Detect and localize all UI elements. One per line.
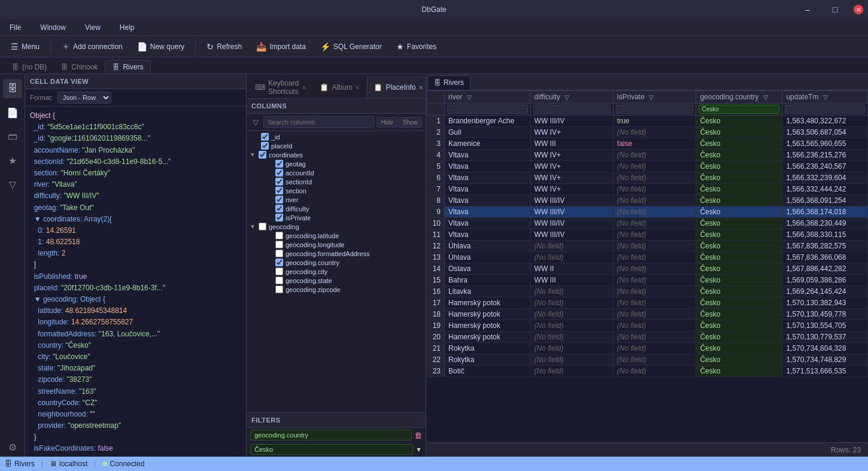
updatetm-cell[interactable]: 1,563,480,322,672 (782, 116, 868, 127)
favorites-button[interactable]: ★ Favorites (390, 39, 442, 54)
col-item-geotag[interactable]: geotag (247, 159, 426, 168)
table-row[interactable]: 21Rokytka(No field)(No field)Česko1,570,… (427, 343, 868, 354)
difficulty-cell[interactable]: WW III (530, 275, 613, 286)
difficulty-cell[interactable]: (No field) (530, 309, 613, 320)
table-row[interactable]: 9VltavaWW III/IV(No field)Česko1,566,368… (427, 206, 868, 218)
isprivate-cell[interactable]: (No field) (613, 206, 696, 218)
updatetm-cell[interactable]: 1,570,130,382,943 (782, 297, 868, 309)
isprivate-cell[interactable]: (No field) (613, 275, 696, 286)
country-cell[interactable]: Česko (696, 138, 782, 150)
isprivate-cell[interactable]: (No field) (613, 286, 696, 297)
difficulty-cell[interactable]: (No field) (530, 297, 613, 309)
table-row[interactable]: 12Úhlava(No field)(No field)Česko1,567,8… (427, 241, 868, 252)
col-checkbox-id[interactable] (261, 133, 269, 141)
updatetm-cell[interactable]: 1,566,332,444,242 (782, 184, 868, 195)
tab-rivers[interactable]: 🗄 Rivers (105, 60, 151, 74)
updatetm-cell[interactable]: 1,563,565,960,655 (782, 138, 868, 150)
difficulty-cell[interactable]: (No field) (530, 252, 613, 263)
col-item-accountid[interactable]: accountId (247, 168, 426, 177)
river-cell[interactable]: Rokytka (445, 343, 531, 354)
table-row[interactable]: 19Hamerský potok(No field)(No field)Česk… (427, 320, 868, 332)
col-checkbox-geo-state[interactable] (275, 276, 283, 284)
table-row[interactable]: 6VltavaWW IV+(No field)Česko1,566,332,23… (427, 172, 868, 184)
updatetm-cell[interactable]: 1,571,513,666,535 (782, 366, 868, 377)
new-query-button[interactable]: 📄 New query (131, 39, 190, 54)
isprivate-cell[interactable]: (No field) (613, 297, 696, 309)
isprivate-cell[interactable]: (No field) (613, 172, 696, 184)
col-header-country[interactable]: geocoding.country ▽ (696, 91, 782, 104)
col-item-geo-city[interactable]: geocoding.city (247, 267, 426, 276)
isprivate-cell[interactable]: (No field) (613, 195, 696, 206)
col-checkbox-river[interactable] (275, 196, 283, 203)
col-checkbox-section[interactable] (275, 187, 283, 195)
difficulty-cell[interactable]: WW III/IV (530, 229, 613, 241)
sidebar-doc-button[interactable]: 📄 (3, 103, 22, 122)
col-item-isprivate[interactable]: isPrivate (247, 213, 426, 222)
river-cell[interactable]: Hamerský potok (445, 309, 531, 320)
show-button[interactable]: Show (399, 117, 422, 127)
status-server-item[interactable]: 🖥 localhost (50, 460, 87, 468)
minimize-button[interactable]: – (794, 0, 821, 19)
filter-updatetm-input[interactable] (785, 105, 865, 114)
isprivate-cell[interactable]: true (613, 116, 696, 127)
updatetm-cell[interactable]: 1,566,368,230,449 (782, 218, 868, 229)
country-cell[interactable]: Česko (696, 252, 782, 263)
col-item-geo-country[interactable]: geocoding.country (247, 258, 426, 267)
isprivate-cell[interactable]: (No field) (613, 241, 696, 252)
difficulty-cell[interactable]: (No field) (530, 286, 613, 297)
format-select[interactable]: Json - Row Json - Table Text (57, 92, 111, 104)
isprivate-filter-icon[interactable]: ▽ (649, 94, 654, 101)
river-cell[interactable]: Oslava (445, 263, 531, 275)
updatetm-filter-icon[interactable]: ▽ (823, 94, 828, 101)
difficulty-cell[interactable]: WW IV+ (530, 150, 613, 161)
col-checkbox-geo-city[interactable] (275, 268, 283, 275)
table-row[interactable]: 13Úhlava(No field)(No field)Česko1,567,8… (427, 252, 868, 263)
filter-isprivate-input[interactable] (616, 105, 694, 114)
col-item-sectionid[interactable]: sectionId (247, 177, 426, 186)
difficulty-cell[interactable]: WW III/IV (530, 206, 613, 218)
import-data-button[interactable]: 📥 Import data (250, 39, 312, 54)
sql-generator-button[interactable]: ⚡ SQL Generator (314, 39, 388, 54)
country-cell[interactable]: Česko (696, 116, 782, 127)
country-cell[interactable]: Česko (696, 286, 782, 297)
isprivate-cell[interactable]: (No field) (613, 343, 696, 354)
country-cell[interactable]: Česko (696, 343, 782, 354)
col-checkbox-geo-country[interactable] (275, 259, 283, 266)
table-row[interactable]: 7VltavaWW IV+(No field)Česko1,566,332,44… (427, 184, 868, 195)
table-row[interactable]: 4VltavaWW IV+(No field)Česko1,566,236,21… (427, 150, 868, 161)
updatetm-cell[interactable]: 1,570,734,604,328 (782, 343, 868, 354)
updatetm-cell[interactable]: 1,569,264,145,424 (782, 286, 868, 297)
table-row[interactable]: 1Brandenberger AcheWW III/IVtrueČesko1,5… (427, 116, 868, 127)
col-checkbox-geo-formatted[interactable] (275, 250, 283, 257)
updatetm-cell[interactable]: 1,566,332,239,604 (782, 172, 868, 184)
data-grid-container[interactable]: river ▽ difficulty ▽ isPrivate ▽ geocodi… (426, 90, 868, 442)
isprivate-cell[interactable]: (No field) (613, 263, 696, 275)
difficulty-cell[interactable]: (No field) (530, 241, 613, 252)
menu-help[interactable]: Help (115, 22, 139, 33)
river-cell[interactable]: Vltava (445, 195, 531, 206)
isprivate-cell[interactable]: (No field) (613, 320, 696, 332)
tab-no-db[interactable]: 🗄 (no DB) (5, 60, 54, 74)
difficulty-cell[interactable]: WW II (530, 263, 613, 275)
difficulty-filter-icon[interactable]: ▽ (564, 94, 569, 101)
updatetm-cell[interactable]: 1,570,130,779,537 (782, 332, 868, 343)
country-cell[interactable]: Česko (696, 195, 782, 206)
filter-country-input[interactable] (699, 105, 779, 114)
table-row[interactable]: 8VltavaWW III/IV(No field)Česko1,566,368… (427, 195, 868, 206)
updatetm-cell[interactable]: 1,567,836,282,575 (782, 241, 868, 252)
river-cell[interactable]: Brandenberger Ache (445, 116, 531, 127)
col-checkbox-geo-lng[interactable] (275, 241, 283, 248)
updatetm-cell[interactable]: 1,570,734,748,829 (782, 354, 868, 366)
tab-placeinfo[interactable]: 📋 PlaceInfo ✕ (367, 77, 426, 98)
difficulty-cell[interactable]: WW III (530, 138, 613, 150)
hide-button[interactable]: Hide (377, 117, 397, 127)
river-cell[interactable]: Botič (445, 366, 531, 377)
table-row[interactable]: 20Hamerský potok(No field)(No field)Česk… (427, 332, 868, 343)
col-header-updatetm[interactable]: updateTm ▽ (782, 91, 868, 104)
difficulty-cell[interactable]: WW IV+ (530, 184, 613, 195)
river-cell[interactable]: Vltava (445, 218, 531, 229)
close-button[interactable]: ✕ (854, 5, 863, 14)
country-cell[interactable]: Česko (696, 127, 782, 138)
col-checkbox-geo-lat[interactable] (275, 232, 283, 239)
placeinfo-tab-close[interactable]: ✕ (418, 84, 423, 91)
